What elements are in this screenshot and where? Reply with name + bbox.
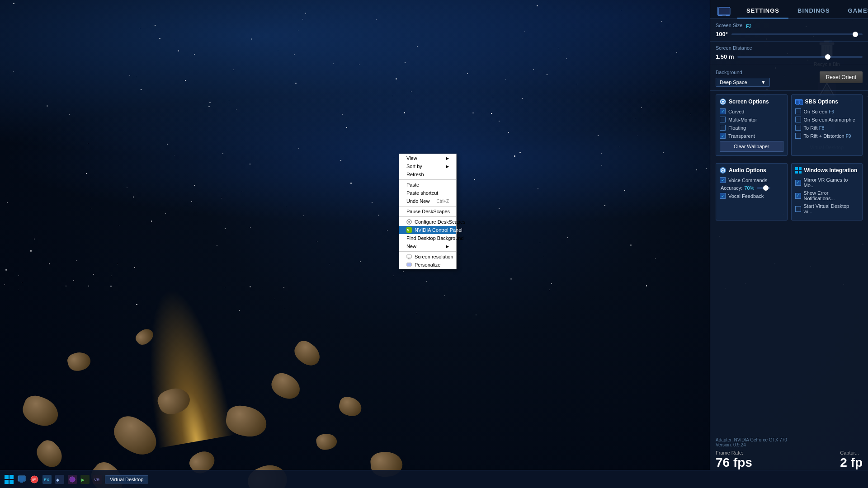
context-menu-configure-deskscapes[interactable]: Configure DeskScapes <box>399 218 456 226</box>
context-menu-new[interactable]: New <box>399 242 456 250</box>
taskbar-icon-2[interactable]: IE <box>29 474 40 485</box>
win-startvd-checkbox[interactable] <box>795 206 801 212</box>
sbs-torift-checkbox[interactable] <box>795 125 801 131</box>
sbs-toriftdistortion-checkbox[interactable] <box>795 133 801 139</box>
context-menu-sortby[interactable]: Sort by <box>399 162 456 170</box>
option-curved-label: Curved <box>728 109 744 114</box>
svg-rect-19 <box>407 255 411 258</box>
context-menu-view[interactable]: View <box>399 154 456 162</box>
taskbar-virtual-desktop[interactable]: Virtual Desktop <box>105 475 148 483</box>
svg-point-16 <box>408 221 410 223</box>
svg-text:▶: ▶ <box>81 478 85 482</box>
screen-distance-slider[interactable] <box>825 54 830 60</box>
sbs-onanamorphic-checkbox[interactable] <box>795 117 801 122</box>
fps-info: Frame Rate: 76 fps <box>716 450 752 470</box>
audio-voice-commands-label: Voice Commands <box>728 178 767 183</box>
taskbar-icon-4[interactable]: ◆ <box>54 474 65 485</box>
audio-voice-commands-row: Voice Commands <box>720 177 783 183</box>
screen-distance-value: 1.50 m <box>716 53 734 60</box>
windows-integration-box: Windows Integration Mirror VR Games to M… <box>791 163 863 221</box>
svg-rect-23 <box>407 263 411 266</box>
screen-distance-label: Screen Distance <box>716 45 752 51</box>
option-curved-row: Curved <box>720 108 783 114</box>
option-curved-checkbox[interactable] <box>720 108 726 114</box>
svg-rect-44 <box>20 481 23 483</box>
context-menu-personalize[interactable]: Personalize <box>399 261 456 269</box>
taskbar-icon-5[interactable] <box>67 474 78 485</box>
sbs-onscreen-checkbox[interactable] <box>795 108 801 114</box>
svg-rect-35 <box>795 167 798 170</box>
background-label: Background <box>716 70 742 75</box>
options-row-1: Screen Options Curved Multi-Monitor Floa… <box>710 91 868 160</box>
context-menu-pause-deskscapes[interactable]: Pause DeskScapes <box>399 207 456 216</box>
sbs-onscreen-row: On Screen F6 <box>795 108 859 114</box>
sbs-icon <box>795 99 802 104</box>
context-menu-paste[interactable]: Paste <box>399 181 456 189</box>
taskbar-icon-6[interactable]: ▶ <box>80 474 90 485</box>
win-mirror-row: Mirror VR Games to Mo... <box>795 177 859 188</box>
context-menu: View Sort by Refresh Paste Paste shortcu… <box>399 154 457 269</box>
reset-orient-button[interactable]: Reset Orient <box>820 71 863 83</box>
audio-options-title: Audio Options <box>720 167 783 174</box>
sbs-options-title: SBS Options <box>795 99 859 105</box>
taskbar: IE EX ◆ ▶ VR Virtual Desktop <box>0 470 868 488</box>
svg-rect-43 <box>18 476 25 481</box>
audio-options-icon <box>720 167 726 174</box>
fps-value: 76 fps <box>716 455 752 470</box>
taskbar-icon-3[interactable]: EX <box>42 474 52 485</box>
monitor-icon <box>717 7 730 16</box>
svg-rect-39 <box>5 475 9 479</box>
svg-text:VR: VR <box>94 478 100 482</box>
audio-vocal-feedback-checkbox[interactable] <box>720 193 726 199</box>
option-transparent-label: Transparent <box>728 133 755 139</box>
audio-options-box: Audio Options Voice Commands Accuracy: 7… <box>716 163 788 221</box>
sbs-torift-row: To Rift F8 <box>795 125 859 131</box>
tab-games[interactable]: GAMES <box>839 4 868 19</box>
background-dropdown[interactable]: Deep Space ▼ <box>716 78 770 87</box>
capture-label: Captur... <box>840 450 863 455</box>
option-transparent-row: Transparent <box>720 133 783 139</box>
screen-size-label: Screen Size <box>716 23 742 28</box>
sbs-options-box: SBS Options On Screen F6 On Screen Anamo… <box>791 94 863 156</box>
audio-voice-commands-checkbox[interactable] <box>720 177 726 183</box>
taskbar-icon-1[interactable] <box>16 474 27 485</box>
svg-rect-25 <box>719 8 730 14</box>
win-startvd-label: Start Virtual Desktop wi... <box>804 203 859 214</box>
taskbar-start-icon[interactable] <box>4 474 14 485</box>
context-menu-nvidia[interactable]: N NVIDIA Control Panel <box>399 226 456 234</box>
win-mirror-checkbox[interactable] <box>795 180 801 186</box>
accuracy-slider[interactable] <box>763 185 769 191</box>
screen-res-icon <box>406 254 412 259</box>
win-mirror-label: Mirror VR Games to Mo... <box>804 177 859 188</box>
svg-rect-41 <box>5 480 9 484</box>
screen-size-slider[interactable] <box>853 32 858 37</box>
tab-settings[interactable]: SETTINGS <box>737 4 788 19</box>
context-menu-undo[interactable]: Undo New Ctrl+Z <box>399 197 456 205</box>
win-showerror-row: Show Error Notifications... <box>795 190 859 201</box>
svg-point-28 <box>722 101 724 103</box>
option-multimonitor-checkbox[interactable] <box>720 117 726 122</box>
taskbar-icon-headset[interactable]: VR <box>92 474 103 485</box>
fps-secondary-value: 2 fp <box>840 455 863 470</box>
clear-wallpaper-button[interactable]: Clear Wallpaper <box>720 141 783 152</box>
screen-options-title: Screen Options <box>720 99 783 105</box>
screen-size-value: 100° <box>716 31 728 38</box>
tab-monitor[interactable] <box>710 4 737 19</box>
context-menu-refresh[interactable]: Refresh <box>399 170 456 178</box>
svg-text:◆: ◆ <box>56 478 59 482</box>
svg-rect-40 <box>9 475 14 479</box>
context-menu-sep2 <box>399 206 456 206</box>
option-floating-checkbox[interactable] <box>720 125 726 131</box>
option-multimonitor-label: Multi-Monitor <box>728 117 757 122</box>
screen-options-box: Screen Options Curved Multi-Monitor Floa… <box>716 94 788 156</box>
win-showerror-checkbox[interactable] <box>795 193 801 199</box>
context-menu-screen-resolution[interactable]: Screen resolution <box>399 253 456 261</box>
tab-bindings[interactable]: BINDINGS <box>788 4 839 19</box>
option-transparent-checkbox[interactable] <box>720 133 726 139</box>
tab-bar: SETTINGS BINDINGS GAMES <box>710 0 868 19</box>
fps-area: Frame Rate: 76 fps Captur... 2 fp <box>710 450 868 470</box>
context-menu-find-bg[interactable]: Find Desktop Background <box>399 234 456 242</box>
svg-text:N: N <box>407 229 409 232</box>
svg-rect-37 <box>795 171 798 174</box>
context-menu-paste-shortcut[interactable]: Paste shortcut <box>399 189 456 197</box>
